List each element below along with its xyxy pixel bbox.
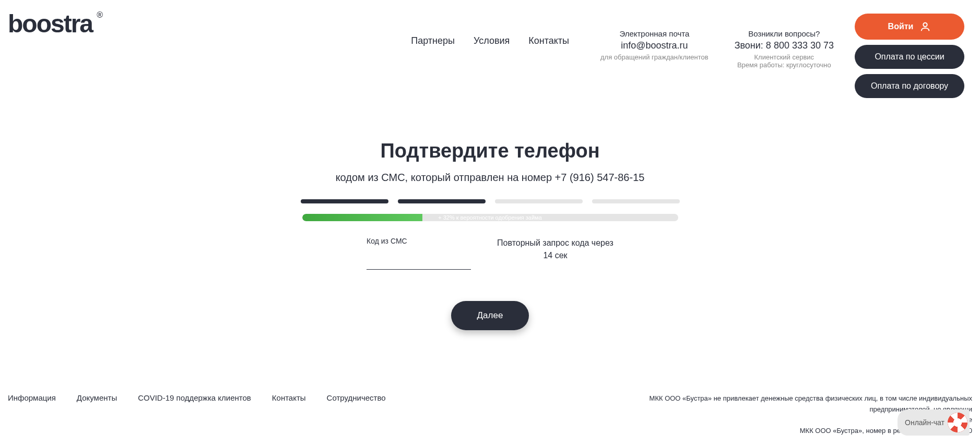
footer-contacts[interactable]: Контакты [272,393,306,402]
email-sub: для обращений граждан/клиентов [600,53,709,61]
registered-icon: ® [97,10,102,20]
page-subtitle: кодом из СМС, который отправлен на номер… [292,172,689,184]
footer-covid[interactable]: COVID-19 поддержка клиентов [138,393,251,402]
nav-partners[interactable]: Партнеры [411,35,455,46]
user-icon [919,21,931,32]
pay-cession-button[interactable]: Оплата по цессии [855,45,964,69]
main-nav: Партнеры Условия Контакты [411,35,569,46]
footer-links: Информация Документы COVID-19 поддержка … [8,393,386,402]
sms-field: Код из СМС [367,237,471,270]
phone-value[interactable]: Звони: 8 800 333 30 73 [735,40,834,51]
resend-block: Повторный запрос кода через 14 сек [497,237,613,262]
login-label: Войти [888,22,914,31]
header: boostra® Партнеры Условия Контакты Элект… [0,0,980,98]
next-button[interactable]: Далее [451,301,529,330]
resend-line2: 14 сек [497,249,613,262]
email-label: Электронная почта [600,29,709,38]
login-button[interactable]: Войти [855,14,964,40]
main-content: Подтвердите телефон кодом из СМС, которы… [292,140,689,330]
phone-block: Возникли вопросы? Звони: 8 800 333 30 73… [735,29,834,69]
approval-fill [302,214,422,221]
sms-input[interactable] [367,256,471,270]
logo-text: boostra [8,10,92,38]
resend-line1: Повторный запрос кода через [497,237,613,249]
footer-docs[interactable]: Документы [77,393,117,402]
header-buttons: Войти Оплата по цессии Оплата по договор… [855,14,964,98]
logo[interactable]: boostra® [8,9,92,38]
header-info: Электронная почта info@boostra.ru для об… [600,29,834,69]
chat-widget[interactable]: Онлайн-чат [898,409,970,436]
footer: Информация Документы COVID-19 поддержка … [0,393,980,437]
step-4 [592,199,680,203]
step-1 [301,199,388,203]
form-row: Код из СМС Повторный запрос кода через 1… [292,237,689,270]
nav-contacts[interactable]: Контакты [528,35,569,46]
pay-contract-button[interactable]: Оплата по договору [855,74,964,98]
svg-point-0 [924,23,927,27]
chat-label: Онлайн-чат [905,418,944,427]
footer-partners[interactable]: Сотрудничество [327,393,386,402]
sms-label: Код из СМС [367,237,471,245]
page-title: Подтвердите телефон [292,140,689,162]
step-2 [398,199,486,203]
email-value[interactable]: info@boostra.ru [600,40,709,51]
phone-sub2: Время работы: круглосуточно [735,61,834,69]
step-indicator [292,199,689,203]
footer-info[interactable]: Информация [8,393,56,402]
nav-terms[interactable]: Условия [474,35,510,46]
approval-text: + 32% к вероятности одобрения займа [438,214,542,221]
phone-label: Возникли вопросы? [735,29,834,38]
approval-bar: + 32% к вероятности одобрения займа [302,214,678,221]
phone-sub1: Клиентский сервис [735,53,834,61]
lifesaver-icon [948,413,967,432]
step-3 [495,199,583,203]
email-block: Электронная почта info@boostra.ru для об… [600,29,709,69]
